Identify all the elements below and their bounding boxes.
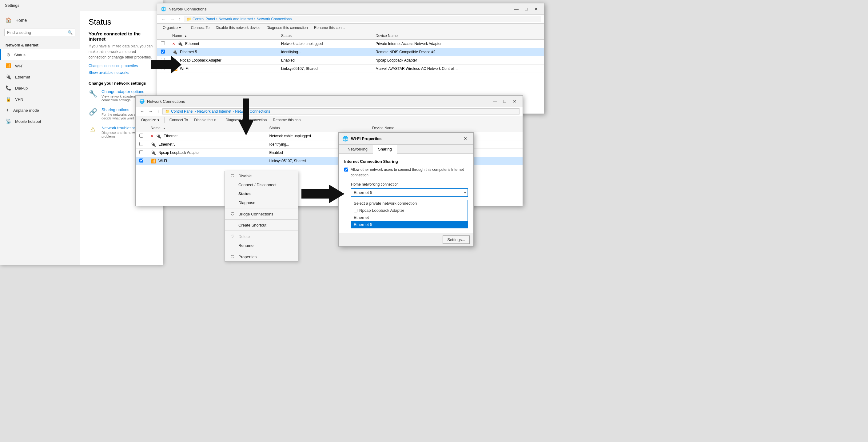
change-adapter-link[interactable]: Change adapter options (101, 89, 154, 94)
warning-icon: ⚠ (89, 125, 97, 133)
close-btn-top[interactable]: ✕ (532, 5, 540, 12)
ctx-item-disable[interactable]: 🛡 Disable (225, 171, 298, 180)
dropdown-option-2[interactable]: Npcap Loopback Adapter (351, 207, 467, 214)
sidebar-item-vpn[interactable]: 🔒 VPN (0, 94, 80, 105)
ctx-item-create_shortcut[interactable]: Create Shortcut (225, 221, 298, 230)
tab-networking[interactable]: Networking (342, 145, 373, 154)
table-row[interactable]: 🔌 Npcap Loopback Adapter Enabled Npcap L… (157, 56, 544, 65)
sidebar-item-status[interactable]: ⊙ Status (0, 49, 80, 60)
addr-net-internet-bottom[interactable]: Network and Internet (197, 109, 231, 114)
dialup-nav-icon: 📞 (5, 85, 11, 91)
col-check-bottom (136, 124, 147, 132)
diagnose-btn-top[interactable]: Diagnose this connection (264, 25, 310, 31)
addr-net-conn[interactable]: Network Connections (256, 17, 291, 21)
page-title: Status (89, 17, 154, 27)
search-box[interactable]: 🔍 (4, 29, 75, 36)
dialog-tabs: Networking Sharing (339, 145, 473, 154)
maximize-btn-top[interactable]: □ (522, 5, 531, 12)
ics-section-label: Internet Connection Sharing (344, 159, 468, 164)
change-heading: Change your network settings (89, 81, 154, 86)
row-checkbox[interactable] (161, 66, 165, 70)
win-titlebar-top: 🌐 Network Connections — □ ✕ (157, 3, 544, 15)
home-net-dropdown[interactable]: Select a private network connection Npca… (351, 188, 468, 197)
ctx-item-diagnose[interactable]: Diagnose (225, 198, 298, 207)
col-device-top[interactable]: Device Name (372, 32, 544, 40)
col-status-top[interactable]: Status (277, 32, 372, 40)
addr-cp-bottom[interactable]: Control Panel (171, 109, 193, 114)
col-status-bottom[interactable]: Status (266, 124, 369, 132)
row-checkbox[interactable] (140, 150, 143, 154)
conn-icon: 🔌 (172, 58, 178, 63)
table-header-bottom: Name ▲ Status Device Name (136, 124, 523, 132)
back-btn-bottom[interactable]: ← (139, 108, 146, 115)
disable-btn-top[interactable]: Disable this network device (213, 25, 263, 31)
sidebar-item-status-label: Status (14, 53, 26, 57)
addr-net-conn-bottom[interactable]: Network Connections (235, 109, 270, 114)
sidebar-item-hotspot[interactable]: 📡 Mobile hotspot (0, 116, 80, 127)
sidebar-item-vpn-label: VPN (15, 97, 23, 101)
wifi-nav-icon: 📶 (5, 63, 11, 69)
win-controls-top: — □ ✕ (512, 5, 540, 12)
connect-to-btn-bottom[interactable]: Connect To (167, 117, 191, 123)
option-npcap-check[interactable] (354, 209, 358, 212)
search-input[interactable] (7, 30, 66, 35)
sidebar-item-ethernet[interactable]: 🔌 Ethernet (0, 71, 80, 83)
back-btn-top[interactable]: ← (160, 16, 167, 22)
sidebar-item-airplane[interactable]: ✈ Airplane mode (0, 105, 80, 116)
minimize-btn-bottom[interactable]: — (491, 97, 499, 105)
sidebar-item-ethernet-label: Ethernet (15, 75, 30, 80)
col-name-top[interactable]: Name ▲ (168, 32, 277, 40)
ctx-item-properties[interactable]: 🛡 Properties (225, 252, 298, 261)
forward-btn-bottom[interactable]: → (147, 108, 154, 115)
dropdown-option-1[interactable]: Select a private network connection (351, 200, 467, 207)
dropdown-option-3[interactable]: Ethernet (351, 214, 467, 221)
table-row[interactable]: 🔌 Ethernet 5 Identifying... Remote NDIS … (157, 48, 544, 56)
sidebar-item-wifi[interactable]: 📶 Wi-Fi (0, 60, 80, 71)
ctx-item-rename[interactable]: Rename (225, 241, 298, 250)
ctx-item-status[interactable]: Status (225, 189, 298, 198)
change-connection-link[interactable]: Change connection properties (89, 64, 154, 68)
dialog-close-btn[interactable]: ✕ (461, 135, 470, 142)
allow-checkbox[interactable] (344, 168, 348, 172)
rename-btn-bottom[interactable]: Rename this con... (270, 117, 306, 123)
ctx-item-bridge[interactable]: 🛡 Bridge Connections (225, 209, 298, 218)
table-row[interactable]: ✕ 🔌 Ethernet Network cable unplugged Pri… (157, 40, 544, 48)
rename-btn-top[interactable]: Rename this con... (312, 25, 347, 31)
address-bar-bottom: ← → ↑ 📁 Control Panel › Network and Inte… (136, 107, 523, 116)
table-row[interactable]: 📶 Wi-Fi Linksys05107, Shared Marvell AVA… (157, 65, 544, 73)
close-btn-bottom[interactable]: ✕ (510, 97, 519, 105)
maximize-btn-bottom[interactable]: □ (500, 97, 509, 105)
addr-cp[interactable]: Control Panel (192, 17, 215, 21)
row-checkbox[interactable] (140, 142, 143, 146)
col-name-bottom[interactable]: Name ▲ (147, 124, 266, 132)
connect-to-btn-top[interactable]: Connect To (189, 25, 212, 31)
sidebar-item-dialup[interactable]: 📞 Dial-up (0, 83, 80, 94)
ctx-item-connect_disconnect[interactable]: Connect / Disconnect (225, 180, 298, 189)
row-checkbox[interactable] (161, 50, 165, 54)
ctx-item-icon-bridge: 🛡 (230, 211, 235, 216)
forward-btn-top[interactable]: → (169, 16, 176, 22)
sidebar-item-home[interactable]: 🏠 Home (0, 14, 80, 26)
disable-btn-bottom[interactable]: Disable this n... (192, 117, 222, 123)
conn-name: Ethernet 5 (180, 50, 197, 54)
row-checkbox[interactable] (161, 41, 165, 45)
settings-btn[interactable]: Settings... (443, 235, 470, 244)
addr-net-internet[interactable]: Network and Internet (219, 17, 253, 21)
row-checkbox[interactable] (161, 58, 165, 62)
organize-btn-bottom[interactable]: Organize ▾ (139, 117, 162, 123)
organize-btn-top[interactable]: Organize ▾ (160, 25, 183, 31)
dropdown-option-4[interactable]: Ethernet 5 (351, 221, 467, 228)
row-checkbox[interactable] (140, 134, 143, 138)
row-checkbox[interactable] (140, 158, 143, 163)
status-cell: Identifying... (277, 48, 372, 56)
diagnose-btn-bottom[interactable]: Diagnose this connection (223, 117, 269, 123)
status-x-icon: ✕ (172, 42, 175, 46)
up-btn-bottom[interactable]: ↑ (156, 108, 160, 115)
col-device-bottom[interactable]: Device Name (369, 124, 523, 132)
minimize-btn-top[interactable]: — (512, 5, 521, 12)
up-btn-top[interactable]: ↑ (178, 16, 182, 22)
settings-sidebar: 🏠 Home 🔍 Network & Internet ⊙ Status 📶 W… (0, 11, 80, 265)
show-networks-link[interactable]: Show available networks (89, 70, 154, 75)
tab-sharing[interactable]: Sharing (373, 145, 397, 154)
conn-icon: 🔌 (151, 150, 156, 155)
